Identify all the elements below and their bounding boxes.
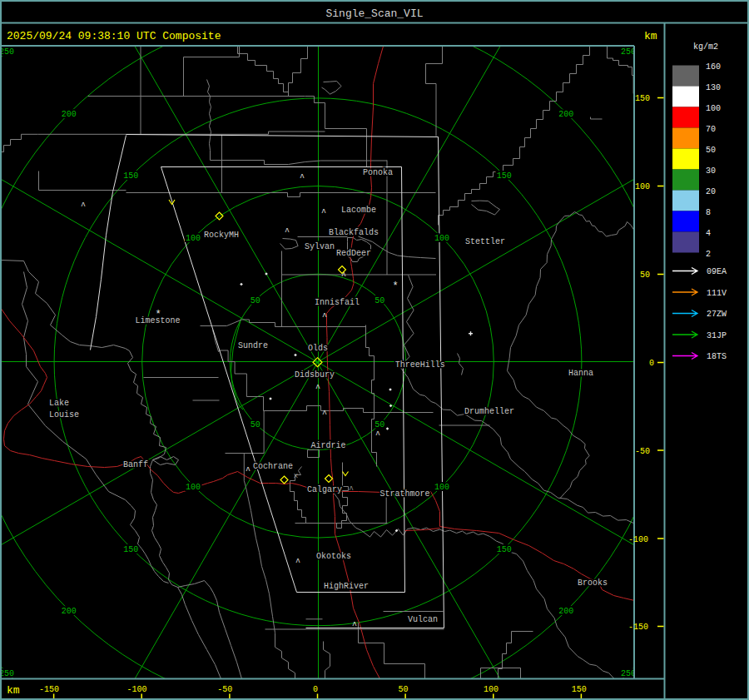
- svg-text:200: 200: [558, 110, 573, 119]
- svg-text:^: ^: [315, 384, 320, 393]
- svg-text:Single_Scan_VIL: Single_Scan_VIL: [325, 7, 423, 20]
- svg-text:Stettler: Stettler: [465, 237, 505, 246]
- svg-text:150: 150: [497, 171, 512, 181]
- svg-text:50: 50: [706, 146, 716, 155]
- svg-text:Okotoks: Okotoks: [316, 552, 351, 561]
- svg-text:100: 100: [186, 483, 201, 492]
- svg-text:100: 100: [635, 182, 650, 191]
- svg-text:2025/09/24 09:38:10 UTC Compos: 2025/09/24 09:38:10 UTC Composite: [7, 30, 221, 42]
- svg-text:-50: -50: [217, 685, 232, 694]
- svg-text:^: ^: [300, 173, 305, 182]
- svg-text:x: x: [294, 472, 298, 480]
- svg-text:0: 0: [313, 685, 318, 694]
- svg-text:Strathmore: Strathmore: [379, 489, 429, 499]
- svg-text:250: 250: [0, 669, 14, 678]
- svg-text:RockyMH: RockyMH: [204, 231, 239, 240]
- svg-text:150: 150: [497, 545, 512, 554]
- svg-text:30: 30: [706, 166, 716, 176]
- svg-text:150: 150: [635, 94, 650, 103]
- svg-text:50: 50: [250, 420, 260, 429]
- svg-text:8: 8: [706, 208, 711, 217]
- svg-text:^: ^: [295, 558, 300, 567]
- svg-text:50: 50: [374, 420, 384, 429]
- svg-text:-100: -100: [628, 535, 648, 544]
- svg-text:0: 0: [649, 359, 654, 368]
- svg-text:Cochrane: Cochrane: [253, 462, 293, 471]
- svg-text:27ZW: 27ZW: [707, 310, 727, 319]
- svg-text:HighRiver: HighRiver: [324, 582, 369, 591]
- svg-text:100: 100: [434, 234, 449, 243]
- svg-text:18TS: 18TS: [707, 352, 727, 361]
- svg-text:^: ^: [321, 208, 326, 217]
- svg-text:^: ^: [349, 485, 354, 494]
- svg-text:ThreeHills: ThreeHills: [395, 360, 445, 370]
- svg-text:Louise: Louise: [49, 410, 79, 420]
- svg-text:*: *: [392, 280, 398, 292]
- svg-text:Lacombe: Lacombe: [341, 206, 376, 215]
- svg-text:4: 4: [706, 229, 711, 238]
- svg-text:111V: 111V: [707, 289, 727, 298]
- svg-text:^: ^: [81, 201, 86, 211]
- svg-text:150: 150: [123, 545, 138, 554]
- svg-text:Calgary: Calgary: [307, 485, 342, 494]
- svg-text:km: km: [644, 30, 657, 42]
- svg-text:*: *: [155, 309, 161, 320]
- svg-text:-150: -150: [39, 685, 59, 694]
- svg-text:-100: -100: [127, 685, 147, 694]
- svg-text:-150: -150: [628, 623, 648, 632]
- svg-text:200: 200: [558, 607, 573, 616]
- svg-text:Hanna: Hanna: [568, 369, 593, 378]
- svg-text:31JP: 31JP: [707, 331, 727, 340]
- svg-text:^: ^: [322, 312, 327, 321]
- svg-text:Sylvan: Sylvan: [305, 242, 335, 251]
- svg-text:Drumheller: Drumheller: [464, 407, 514, 416]
- svg-text:Olds: Olds: [308, 344, 328, 353]
- svg-text:70: 70: [706, 125, 716, 134]
- svg-text:100: 100: [484, 685, 499, 694]
- svg-text:200: 200: [62, 110, 77, 119]
- svg-text:^: ^: [352, 621, 357, 630]
- svg-text:Didsbury: Didsbury: [295, 370, 335, 380]
- svg-text:^: ^: [285, 227, 290, 236]
- svg-text:50: 50: [398, 685, 408, 694]
- svg-text:2: 2: [706, 250, 711, 259]
- svg-text:Blackfalds: Blackfalds: [329, 228, 379, 237]
- svg-text:20: 20: [706, 187, 716, 196]
- svg-text:160: 160: [706, 62, 721, 72]
- svg-text:Ponoka: Ponoka: [363, 168, 393, 177]
- svg-text:km: km: [7, 684, 20, 697]
- svg-text:50: 50: [250, 296, 260, 305]
- svg-text:09EA: 09EA: [707, 267, 727, 276]
- svg-text:130: 130: [706, 83, 721, 92]
- svg-text:^: ^: [375, 430, 380, 439]
- svg-text:Lake: Lake: [49, 399, 69, 408]
- svg-text:Banff: Banff: [123, 460, 148, 469]
- svg-text:50: 50: [640, 271, 650, 280]
- svg-text:kg/m2: kg/m2: [693, 42, 718, 52]
- svg-text:^: ^: [246, 466, 250, 475]
- svg-text:100: 100: [186, 234, 201, 243]
- svg-text:250: 250: [0, 47, 14, 57]
- svg-text:RedDeer: RedDeer: [336, 249, 371, 258]
- svg-text:^: ^: [322, 410, 327, 419]
- svg-text:Innisfail: Innisfail: [315, 298, 360, 307]
- svg-text:Brooks: Brooks: [578, 578, 608, 588]
- svg-text:Airdrie: Airdrie: [311, 441, 346, 450]
- svg-text:50: 50: [374, 296, 384, 305]
- svg-text:Sundre: Sundre: [238, 341, 268, 350]
- svg-text:150: 150: [572, 685, 587, 694]
- svg-text:-50: -50: [635, 447, 650, 456]
- svg-text:Vulcan: Vulcan: [408, 615, 438, 624]
- svg-text:100: 100: [706, 104, 721, 113]
- svg-text:150: 150: [123, 171, 138, 181]
- svg-text:200: 200: [62, 607, 77, 616]
- svg-text:100: 100: [434, 483, 449, 492]
